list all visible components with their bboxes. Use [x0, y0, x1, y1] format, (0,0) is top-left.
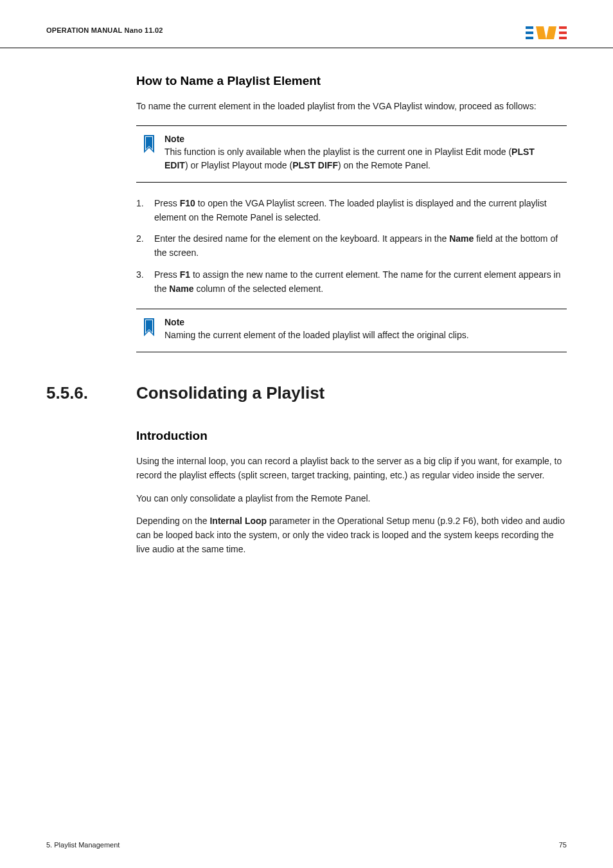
- step-1-post: to open the VGA Playlist screen. The loa…: [154, 198, 547, 222]
- section-heading-row: 5.5.6. Consolidating a Playlist: [46, 383, 567, 403]
- step-3-pre: Press: [154, 269, 180, 280]
- howto-intro: To name the current element in the loade…: [136, 100, 567, 114]
- svg-rect-5: [559, 26, 567, 29]
- intro-p1: Using the internal loop, you can record …: [136, 455, 567, 482]
- note-box-2: Note Naming the current element of the l…: [136, 309, 567, 352]
- note-2-body: Naming the current element of the loaded…: [164, 329, 560, 343]
- page-content: How to Name a Playlist Element To name t…: [0, 74, 613, 556]
- note-2-text: Note Naming the current element of the l…: [164, 317, 560, 343]
- manual-title: OPERATION MANUAL Nano 11.02: [46, 26, 163, 34]
- step-3-bold-1: F1: [180, 269, 190, 280]
- step-3-bold-2: Name: [169, 284, 193, 294]
- svg-rect-1: [526, 32, 533, 34]
- section-body: Introduction Using the internal loop, yo…: [136, 429, 567, 556]
- evs-logo-icon: [526, 21, 567, 40]
- step-2: Enter the desired name for the element o…: [136, 232, 567, 260]
- svg-rect-7: [559, 37, 567, 39]
- note-1-body: This function is only available when the…: [164, 145, 560, 173]
- note-1-b2: PLST DIFF: [292, 160, 338, 170]
- note-bookmark-icon: [143, 318, 155, 343]
- step-2-pre: Enter the desired name for the element o…: [154, 233, 449, 244]
- svg-marker-4: [546, 26, 556, 39]
- page-footer: 5. Playlist Management 75: [46, 841, 567, 849]
- intro-p3-bold: Internal Loop: [209, 516, 267, 526]
- step-2-bold: Name: [449, 233, 474, 244]
- note-1-text: Note This function is only available whe…: [164, 134, 560, 173]
- intro-p2: You can only consolidate a playlist from…: [136, 492, 567, 506]
- step-1: Press F10 to open the VGA Playlist scree…: [136, 197, 567, 224]
- howto-heading: How to Name a Playlist Element: [136, 74, 567, 88]
- note-bookmark-icon: [143, 135, 155, 159]
- steps-list: Press F10 to open the VGA Playlist scree…: [136, 197, 567, 296]
- evs-logo: [526, 21, 567, 40]
- note-1-title: Note: [164, 134, 560, 144]
- intro-heading: Introduction: [136, 429, 567, 443]
- section-number: 5.5.6.: [46, 383, 136, 403]
- svg-rect-6: [559, 32, 567, 34]
- note-1-pre: This function is only available when the…: [164, 147, 511, 157]
- svg-rect-2: [526, 37, 533, 39]
- intro-p3: Depending on the Internal Loop parameter…: [136, 514, 567, 556]
- note-1-post: ) on the Remote Panel.: [338, 160, 431, 170]
- note-2-title: Note: [164, 317, 560, 327]
- svg-marker-3: [536, 26, 546, 39]
- page-header: OPERATION MANUAL Nano 11.02: [0, 0, 613, 48]
- howto-block: How to Name a Playlist Element To name t…: [136, 74, 567, 352]
- note-1-mid: ) or Playlist Playout mode (: [185, 160, 292, 170]
- intro-p3-pre: Depending on the: [136, 516, 209, 526]
- step-3: Press F1 to assign the new name to the c…: [136, 268, 567, 296]
- svg-rect-0: [526, 26, 533, 29]
- step-1-bold: F10: [180, 198, 195, 208]
- section-title: Consolidating a Playlist: [136, 383, 324, 403]
- step-3-post: column of the selected element.: [194, 284, 324, 294]
- note-box-1: Note This function is only available whe…: [136, 125, 567, 183]
- footer-page-number: 75: [559, 841, 567, 849]
- step-1-pre: Press: [154, 198, 180, 208]
- footer-left: 5. Playlist Management: [46, 841, 120, 849]
